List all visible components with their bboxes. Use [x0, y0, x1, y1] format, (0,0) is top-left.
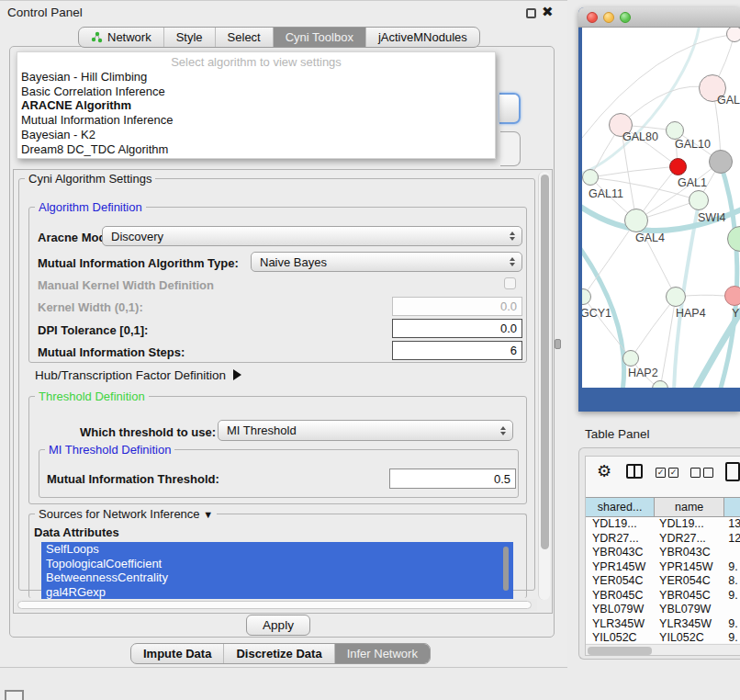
- column-header-partial[interactable]: [724, 498, 740, 516]
- cell-name: YDL19...: [655, 517, 724, 532]
- column-header-shared-name[interactable]: shared...: [586, 498, 655, 516]
- table-row[interactable]: YLR345W YLR345W 9.: [586, 617, 740, 632]
- tab-infer-network-label: Infer Network: [347, 644, 418, 663]
- table-row[interactable]: YDR27... YDR27... 12: [586, 532, 740, 547]
- node-salmon[interactable]: [724, 286, 740, 306]
- cell-value: 8.: [724, 574, 740, 589]
- algorithm-dropdown-popup: Select algorithm to view settings Bayesi…: [17, 51, 496, 159]
- attribute-item-gal4rgexp[interactable]: gal4RGexp: [41, 585, 513, 600]
- attribute-item-topologicalcoefficient[interactable]: TopologicalCoefficient: [41, 557, 513, 571]
- dpi-tolerance-field[interactable]: [392, 319, 522, 338]
- node-gray[interactable]: [709, 150, 733, 174]
- tab-style[interactable]: Style: [164, 28, 216, 47]
- float-window-icon[interactable]: [526, 8, 536, 18]
- table-row[interactable]: YIL052C YIL052C 9.: [586, 631, 740, 643]
- network-window-titlebar[interactable]: [578, 7, 740, 28]
- tab-impute-data-label: Impute Data: [143, 644, 211, 663]
- node-label-hap4: HAP4: [676, 307, 706, 320]
- node-gal1[interactable]: [689, 190, 709, 210]
- node-gal10[interactable]: [666, 121, 684, 140]
- cell-shared-name: YBR043C: [586, 546, 655, 560]
- algorithm-selector-combobox-partial[interactable]: [499, 93, 521, 124]
- gear-icon[interactable]: ⚙: [597, 461, 611, 481]
- algorithm-option-basic-correlation[interactable]: Basic Correlation Inference: [17, 85, 495, 99]
- tab-discretize-data[interactable]: Discretize Data: [224, 644, 334, 663]
- table-horizontal-scrollbar-thumb[interactable]: [588, 647, 652, 655]
- close-traffic-light-icon[interactable]: [587, 12, 598, 23]
- mi-threshold-field[interactable]: [389, 469, 516, 489]
- node-gal4[interactable]: [624, 209, 648, 232]
- cell-value: 9.: [724, 589, 740, 604]
- table-row[interactable]: YBL079W YBL079W: [586, 603, 740, 617]
- apply-button[interactable]: Apply: [246, 615, 310, 636]
- checked-checkbox-icon[interactable]: ✓: [668, 468, 678, 478]
- settings-vertical-scrollbar[interactable]: [538, 172, 550, 600]
- cyni-algorithm-settings-group: Cyni Algorithm Settings Algorithm Defini…: [18, 178, 535, 591]
- table-row[interactable]: YER054C YER054C 8.: [586, 574, 740, 589]
- settings-horizontal-scrollbar[interactable]: [16, 599, 537, 611]
- table-row[interactable]: YBR045C YBR045C 9.: [586, 589, 740, 604]
- node-hap4[interactable]: [666, 287, 686, 307]
- data-attributes-label: Data Attributes: [34, 525, 119, 539]
- tab-network[interactable]: Network: [79, 28, 164, 47]
- list-scrollbar-thumb[interactable]: [503, 547, 509, 591]
- cell-value: 9.: [724, 631, 740, 643]
- spinner-arrows-icon: [510, 253, 515, 271]
- threshold-definition-group: Threshold Definition Which threshold to …: [28, 396, 527, 504]
- panel-splitter-handle[interactable]: [555, 339, 561, 349]
- settings-vertical-scrollbar-thumb[interactable]: [541, 175, 549, 549]
- cell-value: 13: [724, 517, 740, 532]
- cell-shared-name: YDL19...: [586, 517, 655, 532]
- tab-jactivemnodules[interactable]: jActiveMNodules: [366, 28, 479, 47]
- settings-horizontal-scrollbar-thumb[interactable]: [17, 601, 532, 609]
- columns-icon[interactable]: [626, 464, 643, 479]
- mi-algorithm-type-label: Mutual Information Algorithm Type:: [38, 256, 239, 270]
- table-horizontal-scrollbar[interactable]: [586, 644, 740, 656]
- node-unlabeled-top[interactable]: [726, 28, 740, 42]
- node-label-gal10: GAL10: [675, 138, 711, 151]
- threshold-definition-title: Threshold Definition: [35, 390, 149, 403]
- algorithm-option-mutual-information[interactable]: Mutual Information Inference: [17, 113, 495, 128]
- attribute-item-betweennesscentrality[interactable]: BetweennessCentrality: [41, 570, 513, 585]
- node-label-gal4: GAL4: [635, 231, 665, 244]
- node-label-hap2: HAP2: [628, 367, 658, 379]
- tab-impute-data[interactable]: Impute Data: [131, 644, 224, 663]
- column-header-name[interactable]: name: [655, 498, 724, 516]
- close-icon[interactable]: ✖: [542, 4, 554, 20]
- mi-algorithm-type-select[interactable]: Naive Bayes: [251, 252, 522, 272]
- algorithm-option-bayesian-k2[interactable]: Bayesian - K2: [17, 128, 495, 142]
- table-body[interactable]: YDL19... YDL19... 13 YDR27... YDR27... 1…: [586, 517, 740, 643]
- network-canvas[interactable]: GAL GAL80 GAL10 GAL11 GAL1 SWI4 GAL4 GCY…: [582, 28, 740, 388]
- attribute-item-selfloops[interactable]: SelfLoops: [41, 542, 513, 557]
- unchecked-checkbox-icon[interactable]: [703, 468, 713, 478]
- table-row[interactable]: YBR043C YBR043C: [586, 546, 740, 560]
- algorithm-option-aracne[interactable]: ARACNE Algorithm: [17, 98, 495, 113]
- which-threshold-select[interactable]: MI Threshold: [218, 420, 513, 441]
- tab-select[interactable]: Select: [216, 28, 274, 47]
- hub-definition-toggle[interactable]: Hub/Transcription Factor Definition: [35, 368, 241, 382]
- data-attributes-list[interactable]: SelfLoops TopologicalCoefficient Between…: [41, 542, 513, 599]
- document-icon-partial[interactable]: [725, 462, 740, 481]
- tab-infer-network[interactable]: Infer Network: [335, 644, 430, 663]
- unchecked-checkbox-icon[interactable]: [690, 468, 701, 478]
- mi-threshold-group: MI Threshold Definition Mutual Informati…: [39, 449, 519, 498]
- tab-cyni-toolbox[interactable]: Cyni Toolbox: [274, 28, 366, 47]
- algorithm-option-bayesian-hill-climbing[interactable]: Bayesian - Hill Climbing: [17, 70, 495, 85]
- manual-kernel-width-checkbox[interactable]: [504, 277, 516, 289]
- docked-panel-icon[interactable]: [5, 690, 24, 700]
- table-row[interactable]: YDL19... YDL19... 13: [586, 517, 740, 532]
- node-red-selected[interactable]: [669, 158, 687, 175]
- mi-steps-field[interactable]: [392, 341, 522, 360]
- table-row[interactable]: YPR145W YPR145W 9.: [586, 560, 740, 575]
- kernel-width-field[interactable]: [392, 297, 522, 316]
- zoom-traffic-light-icon[interactable]: [620, 12, 631, 23]
- node-hap2[interactable]: [622, 350, 639, 367]
- node-gal11[interactable]: [582, 169, 599, 186]
- mi-steps-label: Mutual Information Steps:: [38, 345, 185, 359]
- node-label-gal11: GAL11: [589, 187, 623, 200]
- checked-checkbox-icon[interactable]: ✓: [656, 468, 666, 478]
- sources-group-title[interactable]: Sources for Network Inference ▼: [35, 507, 217, 521]
- aracne-mode-select[interactable]: Discovery: [102, 226, 522, 246]
- algorithm-option-dream8[interactable]: Dream8 DC_TDC Algorithm: [17, 142, 495, 157]
- minimize-traffic-light-icon[interactable]: [603, 12, 614, 23]
